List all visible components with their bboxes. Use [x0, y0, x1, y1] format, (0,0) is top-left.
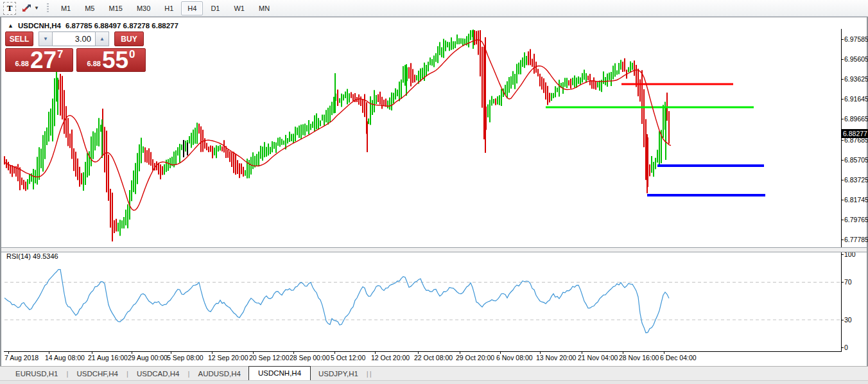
- chart-window: ▲ USDCNH,H4 6.87785 6.88497 6.87278 6.88…: [0, 17, 868, 366]
- timeframe-button-m1[interactable]: M1: [55, 1, 77, 15]
- arrows-tool-button[interactable]: ▼: [21, 3, 39, 13]
- time-axis-label: 12 Oct 20:00: [371, 354, 410, 362]
- time-axis-label: 7 Aug 2018: [4, 354, 39, 362]
- timeframe-button-h1[interactable]: H1: [158, 1, 180, 15]
- rsi-line: [4, 270, 669, 333]
- text-tool-button[interactable]: T: [3, 2, 16, 15]
- price-axis-label: 6.93625: [844, 75, 868, 83]
- time-axis-label: 29 Aug 00:00: [128, 354, 168, 362]
- time-axis-label: 5 Sep 08:00: [167, 354, 204, 362]
- sell-price-display[interactable]: 6.88 27 7: [5, 48, 73, 72]
- spin-up-icon: ▲: [100, 36, 105, 42]
- rsi-axis-label: 70: [844, 278, 852, 286]
- timeframe-button-m30[interactable]: M30: [130, 1, 157, 15]
- sell-price-sup: 7: [57, 48, 63, 61]
- tab-separator: |: [369, 370, 372, 380]
- sell-price-base: 6.88: [15, 60, 28, 67]
- arrows-icon: [21, 3, 32, 13]
- rsi-chart[interactable]: [4, 251, 842, 351]
- timeframe-button-m15[interactable]: M15: [102, 1, 128, 15]
- price-axis-label: 6.85705: [844, 156, 868, 164]
- buy-price-base: 6.88: [87, 60, 100, 67]
- timeframe-button-h4[interactable]: H4: [181, 1, 203, 15]
- price-axis-label: 6.91645: [844, 95, 868, 103]
- rsi-indicator-label: RSI(14) 49.5346: [6, 252, 58, 260]
- time-axis-label: 20 Sep 12:00: [249, 354, 289, 362]
- time-axis-border: [4, 351, 842, 352]
- overlay-lines[interactable]: [546, 84, 765, 195]
- chevron-down-icon: ▼: [34, 5, 39, 11]
- rsi-axis-label: 0: [844, 344, 848, 351]
- chart-title: ▲ USDCNH,H4 6.87785 6.88497 6.87278 6.88…: [8, 22, 178, 30]
- chart-symbol-label: USDCNH,H4: [18, 22, 61, 30]
- chart-tab-usdcad[interactable]: USDCAD,H4: [129, 368, 187, 380]
- price-axis-label: 6.97585: [844, 35, 868, 43]
- time-axis-label: 28 Nov 16:00: [619, 354, 659, 362]
- time-axis-label: 14 Aug 08:00: [45, 354, 85, 362]
- rsi-axis-label: 30: [844, 316, 852, 324]
- time-axis-label: 13 Nov 20:00: [536, 354, 576, 362]
- time-axis-label: 6 Dec 04:00: [660, 354, 697, 362]
- timeframe-button-d1[interactable]: D1: [204, 1, 226, 15]
- top-toolbar: T ▼ M1M5M15M30H1H4D1W1MN: [0, 0, 868, 17]
- chart-tab-audusd[interactable]: AUDUSD,H4: [190, 368, 248, 380]
- collapse-panel-icon[interactable]: ▲: [8, 22, 13, 29]
- time-axis-label: 12 Sep 20:00: [208, 354, 248, 362]
- time-axis-label: 6 Nov 08:00: [496, 354, 533, 362]
- chart-tab-usdjpy[interactable]: USDJPY,H1: [311, 368, 366, 380]
- buy-price-sup: 0: [129, 48, 135, 61]
- volume-decrease-button[interactable]: ▼: [39, 31, 53, 46]
- price-axis-label: 6.79765: [844, 216, 868, 223]
- price-axis-label: 6.83725: [844, 176, 868, 184]
- bottom-frame-strip: [0, 380, 868, 384]
- price-axis-label: 6.89665: [844, 115, 868, 123]
- chart-tab-usdchf[interactable]: USDCHF,H4: [69, 368, 126, 380]
- volume-input[interactable]: [53, 31, 95, 46]
- toolbar-grip[interactable]: [47, 3, 49, 13]
- sell-price-big: 27: [30, 51, 56, 70]
- timeframe-buttons: M1M5M15M30H1H4D1W1MN: [54, 1, 277, 15]
- panel-splitter[interactable]: [1, 247, 867, 252]
- current-price-tag: 6.88277: [842, 129, 868, 138]
- timeframe-button-mn[interactable]: MN: [252, 1, 276, 15]
- buy-button[interactable]: BUY: [114, 31, 144, 46]
- time-axis-label: 5 Oct 12:00: [331, 354, 365, 362]
- chart-tab-bar: EURUSD,H1|USDCHF,H4|USDCAD,H4|AUDUSD,H4U…: [0, 366, 868, 380]
- time-axis-label: 28 Sep 00:00: [290, 354, 329, 362]
- timeframe-button-w1[interactable]: W1: [227, 1, 251, 15]
- timeframe-button-m5[interactable]: M5: [78, 1, 101, 15]
- one-click-trading-panel: SELL ▼ ▲ BUY 6.88 27 7 6.88 55 0: [5, 31, 148, 72]
- buy-price-big: 55: [102, 51, 128, 70]
- chart-ohlc-values: 6.87785 6.88497 6.87278 6.88277: [65, 22, 178, 30]
- sell-button[interactable]: SELL: [5, 31, 33, 46]
- price-axis-label: 6.81745: [844, 196, 868, 204]
- volume-increase-button[interactable]: ▲: [95, 31, 109, 46]
- time-axis-label: 21 Aug 16:00: [88, 354, 128, 362]
- chart-tab-usdcnh[interactable]: USDCNH,H4: [248, 366, 311, 380]
- time-axis-label: 29 Oct 20:00: [456, 354, 494, 362]
- time-axis-label: 21 Nov 04:00: [578, 354, 618, 362]
- price-axis-label: 6.95605: [844, 55, 868, 63]
- spin-down-icon: ▼: [43, 36, 48, 42]
- time-axis-label: 22 Oct 08:00: [414, 354, 453, 362]
- price-axis-label: 6.77785: [844, 236, 868, 243]
- chart-tab-eurusd[interactable]: EURUSD,H1: [8, 368, 65, 380]
- buy-price-display[interactable]: 6.88 55 0: [76, 48, 146, 72]
